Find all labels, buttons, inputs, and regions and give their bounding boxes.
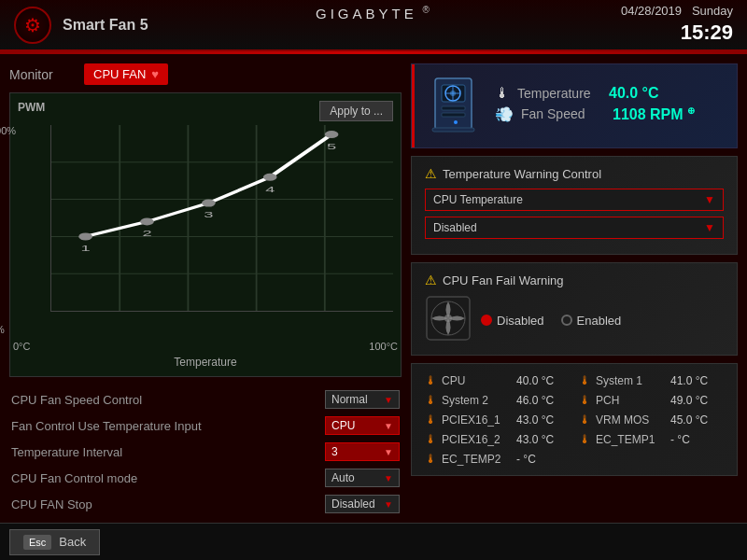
- graph-area[interactable]: 1 2 3 4 5: [50, 125, 393, 312]
- fan-fail-disabled-option[interactable]: Disabled: [481, 314, 544, 328]
- temp-item-2: 🌡 System 2 46.0 °C: [425, 391, 570, 409]
- right-panel: 🌡 Temperature 40.0 °C 💨 Fan Speed 1108 R…: [411, 63, 738, 511]
- temperature-row: 🌡 Temperature 40.0 °C: [495, 85, 724, 102]
- temp-sensor-icon-3: 🌡: [579, 393, 591, 407]
- temp-reading-4: 43.0 °C: [516, 413, 554, 427]
- temp-reading-2: 46.0 °C: [516, 394, 554, 407]
- footer: Esc Back: [0, 523, 747, 560]
- header-date: 04/28/2019 Sunday: [621, 4, 733, 20]
- top-info: 🌡 Temperature 40.0 °C 💨 Fan Speed 1108 R…: [425, 74, 724, 138]
- info-rows: 🌡 Temperature 40.0 °C 💨 Fan Speed 1108 R…: [495, 85, 724, 127]
- temp-sensor-icon-6: 🌡: [425, 432, 437, 446]
- temp-name-4: PCIEX16_1: [442, 413, 512, 427]
- esc-key: Esc: [23, 535, 51, 550]
- temp-item-3: 🌡 PCH 49.0 °C: [579, 391, 724, 409]
- svg-point-8: [78, 232, 92, 240]
- fan-icon: 💨: [495, 105, 514, 123]
- app-title: Smart Fan 5: [63, 17, 148, 34]
- temp-sensor-icon-1: 🌡: [579, 373, 591, 387]
- svg-text:2: 2: [142, 229, 151, 239]
- pwm-label: PWM: [18, 101, 45, 114]
- svg-point-10: [202, 200, 216, 207]
- svg-text:4: 4: [265, 184, 275, 194]
- temp-warning-sensor: CPU Temperature: [433, 193, 523, 206]
- temp-reading-5: 45.0 °C: [670, 413, 708, 427]
- temp-warning-state-arrow: ▼: [704, 221, 715, 234]
- setting-label-1: Fan Control Use Temperature Input: [9, 413, 289, 439]
- graph-container: PWM Apply to ... 100% 0%: [9, 92, 402, 377]
- fan-speed-value: 1108 RPM ⊕: [613, 105, 695, 123]
- svg-text:3: 3: [204, 210, 213, 220]
- temp-sensor-icon-4: 🌡: [425, 413, 437, 427]
- temp-item-5: 🌡 VRM MOS 45.0 °C: [579, 411, 724, 428]
- setting-row-2: Temperature Interval 3 ▼: [9, 439, 402, 465]
- svg-rect-27: [432, 128, 474, 132]
- temp-name-8: EC_TEMP2: [442, 453, 512, 466]
- temperature-value: 40.0 °C: [609, 85, 659, 102]
- svg-point-12: [325, 131, 339, 138]
- dropdown-arrow-0: ▼: [384, 395, 393, 405]
- temp-reading-6: 43.0 °C: [516, 433, 554, 446]
- rpm-icon: ⊕: [687, 105, 695, 116]
- setting-dropdown-2[interactable]: 3 ▼: [325, 442, 400, 461]
- setting-label-2: Temperature Interval: [9, 439, 289, 465]
- graph-temp-end: 100°C: [369, 341, 398, 352]
- setting-dropdown-4[interactable]: Disabled ▼: [325, 495, 400, 513]
- graph-x-label: Temperature: [18, 356, 393, 369]
- back-button[interactable]: Esc Back: [9, 529, 100, 555]
- setting-dropdown-0[interactable]: Normal ▼: [325, 390, 400, 409]
- temp-sensor-icon-0: 🌡: [425, 373, 437, 387]
- temp-reading-8: - °C: [516, 453, 536, 466]
- apply-button[interactable]: Apply to ...: [319, 101, 393, 121]
- warning-icon: ⚠: [425, 166, 437, 181]
- fan-fail-enabled-option[interactable]: Enabled: [561, 314, 622, 328]
- setting-dropdown-3[interactable]: Auto ▼: [325, 469, 400, 487]
- graph-percent-0: 0%: [0, 324, 5, 335]
- temp-warning-state-select[interactable]: Disabled ▼: [425, 217, 724, 239]
- svg-point-26: [454, 120, 458, 124]
- temp-name-1: System 1: [596, 374, 666, 387]
- fan-fail-title: ⚠ CPU Fan Fail Warning: [425, 273, 724, 287]
- fan-fail-label: CPU Fan Fail Warning: [443, 273, 564, 287]
- radio-disabled-dot: [481, 315, 492, 326]
- dropdown-arrow-1: ▼: [384, 421, 393, 431]
- svg-rect-24: [442, 106, 465, 110]
- thermometer-icon: 🌡: [495, 85, 510, 102]
- brand-trademark: ®: [423, 5, 431, 15]
- fan-fail-warning-icon: ⚠: [425, 273, 437, 287]
- temp-warning-sensor-select[interactable]: CPU Temperature ▼: [425, 189, 724, 211]
- svg-rect-25: [442, 113, 465, 117]
- temp-item-0: 🌡 CPU 40.0 °C: [425, 371, 570, 389]
- temp-readings-card: 🌡 CPU 40.0 °C 🌡 System 1 41.0 °C 🌡 Syste…: [411, 363, 738, 476]
- temp-reading-1: 41.0 °C: [670, 374, 708, 387]
- monitor-select[interactable]: CPU FAN ♥: [84, 63, 168, 85]
- fan-speed-label: Fan Speed: [521, 106, 605, 121]
- temp-reading-0: 40.0 °C: [516, 374, 554, 387]
- temp-name-7: EC_TEMP1: [596, 433, 666, 446]
- graph-temp-start: 0°C: [13, 341, 30, 352]
- gear-logo-icon: ⚙: [14, 7, 51, 44]
- temp-name-6: PCIEX16_2: [442, 433, 512, 446]
- temp-warning-state: Disabled: [433, 221, 477, 234]
- temp-sensor-icon-5: 🌡: [579, 413, 591, 427]
- temp-warning-card: ⚠ Temperature Warning Control CPU Temper…: [411, 156, 738, 255]
- monitor-label: Monitor: [9, 67, 75, 82]
- temp-name-0: CPU: [442, 374, 512, 387]
- setting-label-4: CPU FAN Stop: [9, 491, 289, 517]
- header-time: 15:29: [621, 20, 733, 47]
- header-datetime: 04/28/2019 Sunday 15:29: [621, 4, 733, 46]
- temp-reading-3: 49.0 °C: [670, 394, 708, 407]
- monitor-row: Monitor CPU FAN ♥: [9, 63, 402, 85]
- header-left: ⚙ Smart Fan 5: [14, 7, 148, 44]
- setting-row-1: Fan Control Use Temperature Input CPU ▼: [9, 413, 402, 439]
- setting-row-4: CPU FAN Stop Disabled ▼: [9, 491, 402, 517]
- left-panel: Monitor CPU FAN ♥ PWM Apply to ... 100% …: [9, 63, 402, 511]
- system-info-card: 🌡 Temperature 40.0 °C 💨 Fan Speed 1108 R…: [411, 63, 738, 148]
- temp-item-1: 🌡 System 1 41.0 °C: [579, 371, 724, 389]
- setting-dropdown-1[interactable]: CPU ▼: [325, 416, 400, 435]
- monitor-value: CPU FAN: [93, 67, 146, 81]
- fan-fail-disabled-label: Disabled: [497, 314, 544, 328]
- temp-item-7: 🌡 EC_TEMP1 - °C: [579, 430, 724, 448]
- temperature-label: Temperature: [517, 86, 601, 101]
- pc-tower-icon: [425, 74, 481, 138]
